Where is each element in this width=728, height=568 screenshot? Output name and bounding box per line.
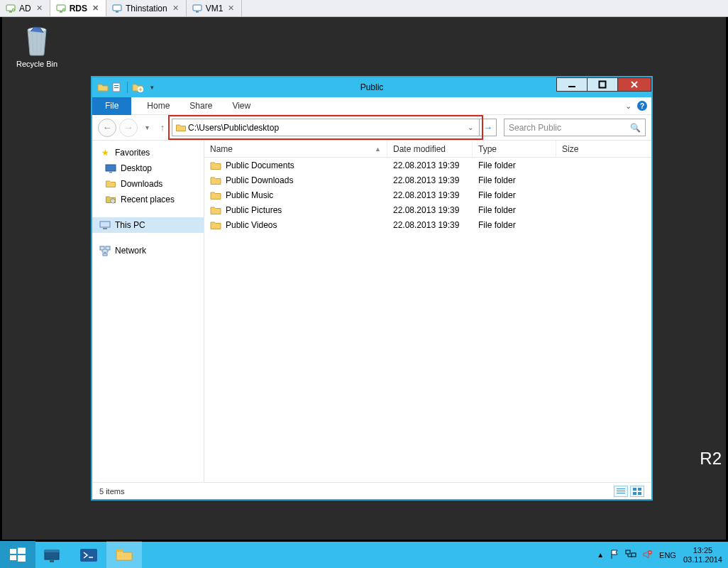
search-placeholder: Search Public — [509, 123, 561, 133]
file-date: 22.08.2013 19:39 — [387, 175, 473, 185]
svg-rect-12 — [114, 85, 118, 86]
table-row[interactable]: Public Downloads22.08.2013 19:39File fol… — [204, 173, 651, 187]
table-row[interactable]: Public Documents22.08.2013 19:39File fol… — [204, 158, 651, 173]
tiles-view-button[interactable] — [630, 486, 644, 497]
close-button[interactable] — [617, 77, 651, 92]
sort-indicator-icon: ▲ — [375, 146, 381, 153]
quick-access-toolbar: ▾ — [92, 81, 158, 94]
table-row[interactable]: Public Music22.08.2013 19:39File folder — [204, 187, 651, 202]
sidebar-item-downloads[interactable]: Downloads — [92, 176, 204, 192]
vm-tab-label: AD — [19, 4, 31, 13]
close-icon[interactable]: ✕ — [171, 4, 180, 13]
col-name[interactable]: Name▲ — [204, 141, 387, 157]
folder-icon — [175, 122, 187, 133]
chevron-down-icon[interactable]: ⌄ — [465, 124, 476, 131]
col-size[interactable]: Size — [556, 141, 651, 157]
start-button[interactable] — [0, 541, 35, 569]
file-date: 22.08.2013 19:39 — [387, 190, 473, 200]
search-box[interactable]: Search Public 🔍 — [504, 119, 646, 136]
svg-rect-28 — [633, 488, 636, 491]
tab-view[interactable]: View — [222, 101, 260, 111]
go-button[interactable]: → — [480, 119, 497, 136]
tab-home[interactable]: Home — [137, 101, 180, 111]
close-icon[interactable]: ✕ — [35, 4, 44, 13]
monitor-icon — [6, 4, 16, 13]
svg-rect-22 — [100, 246, 104, 250]
sidebar-network[interactable]: Network — [92, 243, 204, 258]
desktop-icon — [105, 163, 116, 174]
tab-share[interactable]: Share — [180, 101, 222, 111]
downloads-icon — [105, 178, 116, 190]
network-tray-icon[interactable] — [625, 550, 636, 561]
new-folder-icon[interactable] — [131, 81, 144, 94]
up-button[interactable]: ↑ — [156, 119, 169, 137]
expand-ribbon-icon[interactable]: ⌄ — [625, 102, 632, 111]
col-date[interactable]: Date modified — [387, 141, 473, 157]
file-name: Public Videos — [226, 220, 277, 230]
clock[interactable]: 13:25 03.11.2014 — [683, 546, 722, 564]
desktop[interactable]: Recycle Bin R2 ▾ Public File Home Share … — [0, 17, 728, 540]
search-icon: 🔍 — [630, 123, 641, 133]
taskbar-server-manager[interactable] — [35, 541, 71, 569]
vm-tab-vm1[interactable]: VM1 ✕ — [187, 0, 243, 16]
file-type: File folder — [473, 175, 556, 185]
folder-icon — [210, 205, 221, 215]
titlebar[interactable]: ▾ Public — [92, 77, 651, 97]
svg-rect-17 — [106, 165, 116, 171]
taskbar-powershell[interactable] — [71, 541, 106, 569]
svg-rect-23 — [106, 246, 110, 250]
recent-locations-icon[interactable]: ▾ — [140, 119, 153, 137]
recycle-bin[interactable]: Recycle Bin — [12, 23, 62, 68]
recent-icon — [105, 194, 116, 205]
sidebar-item-recent[interactable]: Recent places — [92, 192, 204, 207]
flag-icon[interactable] — [610, 550, 619, 561]
monitor-icon — [112, 4, 122, 13]
help-icon[interactable]: ? — [637, 101, 647, 111]
close-icon[interactable]: ✕ — [91, 4, 100, 13]
sidebar-thispc[interactable]: This PC — [92, 217, 204, 233]
watermark: R2 — [700, 449, 722, 469]
clock-time: 13:25 — [683, 546, 722, 555]
table-row[interactable]: Public Videos22.08.2013 19:39File folder — [204, 217, 651, 232]
sidebar-favorites[interactable]: ★Favorites — [92, 145, 204, 160]
address-bar[interactable]: ⌄ — [172, 119, 480, 136]
svg-rect-1 — [9, 11, 12, 13]
vm-tab-label: Thinstation — [126, 4, 167, 13]
file-tab[interactable]: File — [92, 97, 131, 115]
svg-rect-35 — [18, 555, 26, 562]
minimize-button[interactable] — [556, 77, 588, 92]
details-view-button[interactable] — [614, 486, 628, 497]
sound-icon[interactable] — [642, 550, 652, 561]
back-button[interactable]: ← — [98, 119, 116, 137]
svg-rect-26 — [617, 491, 625, 491]
vm-tab-thinstation[interactable]: Thinstation ✕ — [106, 0, 187, 16]
taskbar-explorer[interactable] — [106, 541, 142, 569]
folder-icon — [210, 190, 221, 200]
chevron-down-icon[interactable]: ▾ — [145, 81, 158, 94]
explorer-window: ▾ Public File Home Share View ⌄ ? ← → ▾ … — [92, 77, 652, 500]
file-type: File folder — [473, 160, 556, 170]
svg-rect-25 — [617, 488, 625, 489]
table-row[interactable]: Public Pictures22.08.2013 19:39File fold… — [204, 202, 651, 217]
maximize-button[interactable] — [587, 77, 618, 92]
language-indicator[interactable]: ENG — [659, 551, 676, 559]
file-date: 22.08.2013 19:39 — [387, 205, 473, 215]
column-headers[interactable]: Name▲ Date modified Type Size — [204, 141, 651, 158]
vm-tab-rds[interactable]: RDS ✕ — [50, 0, 106, 16]
svg-rect-33 — [18, 547, 26, 554]
clock-date: 03.11.2014 — [683, 555, 722, 564]
col-type[interactable]: Type — [473, 141, 556, 157]
svg-rect-41 — [626, 550, 630, 554]
tray-up-icon[interactable]: ▲ — [597, 551, 604, 559]
close-icon[interactable]: ✕ — [226, 4, 236, 13]
vm-tab-ad[interactable]: AD ✕ — [0, 0, 50, 16]
sidebar-item-desktop[interactable]: Desktop — [92, 160, 204, 176]
taskbar[interactable]: ▲ ENG 13:25 03.11.2014 — [0, 540, 728, 568]
network-icon — [99, 245, 111, 256]
address-input[interactable] — [187, 123, 465, 133]
monitor-icon — [56, 4, 66, 13]
forward-button[interactable]: → — [119, 119, 138, 137]
props-icon[interactable] — [111, 81, 123, 94]
folder-icon — [210, 175, 221, 185]
svg-rect-8 — [193, 5, 202, 11]
